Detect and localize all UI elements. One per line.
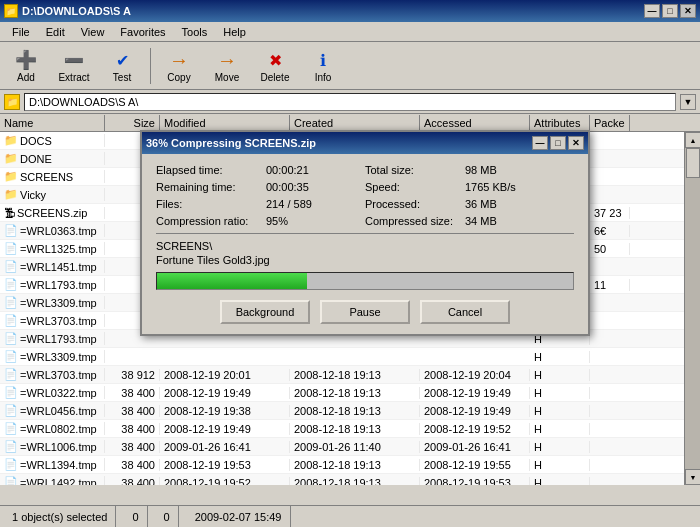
copy-label: Copy (167, 72, 190, 83)
file-name-cell: 📄 =WRL3703.tmp (0, 314, 105, 327)
file-name: =WRL0456.tmp (20, 405, 97, 417)
menu-edit[interactable]: Edit (38, 24, 73, 40)
close-button[interactable]: ✕ (680, 4, 696, 18)
dialog-maximize-button[interactable]: □ (550, 136, 566, 150)
file-name: Vicky (20, 189, 46, 201)
status-bar: 1 object(s) selected 0 0 2009-02-07 15:4… (0, 505, 700, 527)
file-name-cell: 📁 Vicky (0, 188, 105, 201)
file-name: =WRL1793.tmp (20, 279, 97, 291)
progress-bar-fill (157, 273, 307, 289)
file-name-cell: 📄 =WRL1451.tmp (0, 260, 105, 273)
menu-tools[interactable]: Tools (174, 24, 216, 40)
file-type-icon: 📁 (4, 170, 18, 183)
cancel-button[interactable]: Cancel (420, 300, 510, 324)
compression-value: 95% (266, 215, 288, 227)
file-name: =WRL1394.tmp (20, 459, 97, 471)
menu-help[interactable]: Help (215, 24, 254, 40)
file-type-icon: 📄 (4, 242, 18, 255)
file-created-cell: 2008-12-18 19:13 (290, 369, 420, 381)
menu-file[interactable]: File (4, 24, 38, 40)
col-accessed[interactable]: Accessed (420, 115, 530, 131)
scroll-track[interactable] (685, 148, 700, 469)
file-created-cell: 2009-01-26 11:40 (290, 441, 420, 453)
dialog-title: 36% Compressing SCREENS.zip (146, 137, 316, 149)
col-attributes[interactable]: Attributes (530, 115, 590, 131)
minimize-button[interactable]: — (644, 4, 660, 18)
files-label: Files: (156, 198, 266, 210)
col-size[interactable]: Size (105, 115, 160, 131)
add-button[interactable]: ➕ Add (4, 46, 48, 85)
file-type-icon: 📄 (4, 476, 18, 485)
table-row[interactable]: 📄 =WRL0456.tmp 38 400 2008-12-19 19:38 2… (0, 402, 700, 420)
col-name[interactable]: Name (0, 115, 105, 131)
status-datetime-text: 2009-02-07 15:49 (195, 511, 282, 523)
elapsed-value: 00:00:21 (266, 164, 309, 176)
current-file: Fortune Tiles Gold3.jpg (156, 254, 574, 266)
table-row[interactable]: 📄 =WRL1394.tmp 38 400 2008-12-19 19:53 2… (0, 456, 700, 474)
table-row[interactable]: 📄 =WRL0802.tmp 38 400 2008-12-19 19:49 2… (0, 420, 700, 438)
col-modified[interactable]: Modified (160, 115, 290, 131)
dialog-content: Elapsed time: 00:00:21 Total size: 98 MB… (142, 154, 588, 334)
file-type-icon: 📄 (4, 296, 18, 309)
file-name: =WRL3703.tmp (20, 315, 97, 327)
table-row[interactable]: 📄 =WRL1006.tmp 38 400 2009-01-26 16:41 2… (0, 438, 700, 456)
add-icon: ➕ (14, 48, 38, 72)
elapsed-label: Elapsed time: (156, 164, 266, 176)
address-bar: 📁 ▼ (0, 90, 700, 114)
compress-dialog: 36% Compressing SCREENS.zip — □ ✕ Elapse… (140, 130, 590, 336)
delete-button[interactable]: ✖ Delete (253, 46, 297, 85)
file-name-cell: 📄 =WRL1793.tmp (0, 278, 105, 291)
scroll-down-button[interactable]: ▼ (685, 469, 700, 485)
background-button[interactable]: Background (220, 300, 310, 324)
test-label: Test (113, 72, 131, 83)
file-type-icon: 📄 (4, 440, 18, 453)
menu-bar: File Edit View Favorites Tools Help (0, 22, 700, 42)
status-datetime: 2009-02-07 15:49 (187, 506, 291, 527)
file-accessed-cell: 2008-12-19 19:53 (420, 477, 530, 486)
file-name-cell: 📄 =WRL0363.tmp (0, 224, 105, 237)
test-icon: ✔ (110, 48, 134, 72)
maximize-button[interactable]: □ (662, 4, 678, 18)
dialog-close-button[interactable]: ✕ (568, 136, 584, 150)
remaining-label: Remaining time: (156, 181, 266, 193)
app-icon: 📁 (4, 4, 18, 18)
file-size-cell: 38 400 (105, 477, 160, 486)
file-name-cell: 📄 =WRL1793.tmp (0, 332, 105, 345)
file-packet-cell: 6€ (590, 225, 630, 237)
file-created-cell: 2008-12-18 19:13 (290, 405, 420, 417)
file-type-icon: 📄 (4, 278, 18, 291)
file-type-icon: 📁 (4, 188, 18, 201)
table-row[interactable]: 📄 =WRL3703.tmp 38 912 2008-12-19 20:01 2… (0, 366, 700, 384)
table-row[interactable]: 📄 =WRL3309.tmp H (0, 348, 700, 366)
file-type-icon: 📄 (4, 350, 18, 363)
scroll-thumb[interactable] (686, 148, 700, 178)
address-dropdown-button[interactable]: ▼ (680, 94, 696, 110)
file-accessed-cell: 2008-12-19 19:49 (420, 405, 530, 417)
col-packet[interactable]: Packe (590, 115, 630, 131)
menu-favorites[interactable]: Favorites (112, 24, 173, 40)
progress-bar-container (156, 272, 574, 290)
address-input[interactable] (24, 93, 676, 111)
title-bar-buttons: — □ ✕ (644, 4, 696, 18)
dialog-minimize-button[interactable]: — (532, 136, 548, 150)
vertical-scrollbar[interactable]: ▲ ▼ (684, 132, 700, 485)
file-name-cell: 🗜 SCREENS.zip (0, 207, 105, 219)
file-attr-cell: H (530, 405, 590, 417)
file-type-icon: 📄 (4, 458, 18, 471)
test-button[interactable]: ✔ Test (100, 46, 144, 85)
file-name-cell: 📄 =WRL3703.tmp (0, 368, 105, 381)
copy-button[interactable]: → Copy (157, 46, 201, 85)
table-row[interactable]: 📄 =WRL0322.tmp 38 400 2008-12-19 19:49 2… (0, 384, 700, 402)
menu-view[interactable]: View (73, 24, 113, 40)
file-modified-cell: 2008-12-19 19:38 (160, 405, 290, 417)
move-button[interactable]: → Move (205, 46, 249, 85)
pause-button[interactable]: Pause (320, 300, 410, 324)
file-type-icon: 📄 (4, 332, 18, 345)
toolbar: ➕ Add ➖ Extract ✔ Test → Copy → Move ✖ D… (0, 42, 700, 90)
info-button[interactable]: ℹ Info (301, 46, 345, 85)
col-created[interactable]: Created (290, 115, 420, 131)
extract-button[interactable]: ➖ Extract (52, 46, 96, 85)
scroll-up-button[interactable]: ▲ (685, 132, 700, 148)
delete-label: Delete (261, 72, 290, 83)
table-row[interactable]: 📄 =WRL1492.tmp 38 400 2008-12-19 19:52 2… (0, 474, 700, 485)
